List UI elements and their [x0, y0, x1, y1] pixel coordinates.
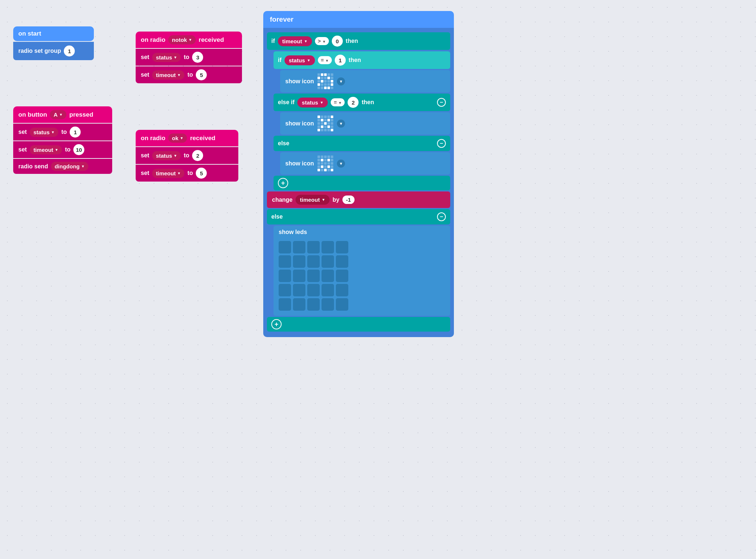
change-by-label: by — [333, 197, 340, 203]
to-label-2: to — [65, 146, 70, 153]
notok-dropdown[interactable]: notok ▼ — [168, 35, 196, 44]
change-timeout-dropdown[interactable]: timeout ▼ — [296, 195, 330, 205]
icon-preview-3 — [318, 156, 333, 171]
button-a-arrow: ▼ — [59, 113, 63, 117]
status-var-forever2: status — [289, 57, 305, 63]
elseif-then: then — [362, 99, 374, 106]
notok-received-label: received — [199, 36, 224, 44]
if2-then: then — [349, 57, 361, 63]
elseif-status-var: status — [302, 99, 318, 106]
icon-preview-2 — [318, 116, 333, 131]
set-timeout-label1: set — [18, 146, 27, 153]
on-radio-ok-label: on radio — [141, 135, 165, 142]
on-radio-notok-label: on radio — [141, 36, 165, 44]
on-start-block: on start radio set group 1 — [13, 26, 94, 60]
timeout-dropdown-1[interactable]: timeout ▼ — [30, 145, 62, 154]
notok-status-var: status — [156, 54, 172, 61]
radio-group-val[interactable]: 1 — [64, 45, 75, 56]
else2-label: else — [271, 213, 283, 220]
timeout-var-1: timeout — [33, 147, 53, 153]
timeout-val-1[interactable]: 10 — [73, 144, 84, 155]
else1-minus-btn[interactable]: − — [437, 139, 446, 148]
else-if-label: else if — [278, 99, 294, 106]
dingdong-dropdown[interactable]: dingdong ▼ — [51, 162, 88, 171]
button-a-dropdown[interactable]: A ▼ — [50, 110, 66, 119]
radio-send-label: radio send — [18, 163, 48, 170]
forever-block: forever if timeout ▼ > ▼ 0 then if statu… — [263, 11, 454, 337]
if2-val[interactable]: 1 — [335, 55, 346, 66]
notok-status-val[interactable]: 3 — [192, 52, 203, 63]
ok-var: ok — [172, 135, 179, 141]
notok-to-label-1: to — [184, 54, 189, 61]
forever-label: forever — [270, 15, 293, 23]
dingdong-var: dingdong — [55, 163, 80, 169]
icon1-dropdown-arrow[interactable]: ▼ — [337, 77, 345, 85]
gt-op[interactable]: > ▼ — [315, 37, 329, 45]
else2-minus-btn[interactable]: − — [437, 212, 446, 221]
on-start-label: on start — [18, 30, 41, 37]
change-timeout-var: timeout — [300, 197, 320, 203]
notok-timeout-val[interactable]: 5 — [196, 69, 207, 80]
status-val-1[interactable]: 1 — [70, 127, 81, 138]
show-icon-3-label: show icon — [285, 160, 314, 167]
timeout-var-forever1: timeout — [282, 38, 302, 44]
change-val[interactable]: -1 — [342, 196, 355, 204]
plus-btn-1[interactable]: + — [278, 178, 288, 188]
plus-btn-2[interactable]: + — [271, 319, 282, 329]
if1-then: then — [346, 38, 358, 44]
show-leds-label: show leds — [279, 229, 307, 235]
if2-label: if — [278, 57, 282, 63]
on-radio-ok-block: on radio ok ▼ received set status ▼ to 2… — [136, 130, 238, 182]
set-status-label1: set — [18, 129, 27, 135]
set-ok-status-label: set — [141, 152, 149, 159]
ok-timeout-dropdown[interactable]: timeout ▼ — [152, 169, 184, 178]
notok-timeout-dropdown[interactable]: timeout ▼ — [152, 70, 184, 80]
elseif-status-dropdown[interactable]: status ▼ — [297, 98, 328, 107]
eq-op-2[interactable]: = ▼ — [331, 98, 345, 106]
icon2-dropdown-arrow[interactable]: ▼ — [337, 120, 345, 128]
notok-status-dropdown[interactable]: status ▼ — [152, 53, 181, 62]
notok-timeout-var: timeout — [156, 72, 176, 78]
to-label-1: to — [61, 129, 67, 135]
change-label: change — [272, 197, 293, 203]
elseif-val[interactable]: 2 — [348, 97, 359, 108]
status-dropdown-1[interactable]: status ▼ — [30, 128, 58, 137]
radio-set-group-label: radio set group — [18, 48, 61, 54]
icon3-dropdown-arrow[interactable]: ▼ — [337, 160, 345, 168]
button-a-val: A — [54, 112, 58, 118]
ok-status-val[interactable]: 2 — [192, 150, 203, 161]
pressed-label: pressed — [69, 111, 93, 118]
ok-to-label-2: to — [187, 170, 193, 176]
on-button-label: on button — [18, 111, 47, 118]
status-dropdown-forever2[interactable]: status ▼ — [285, 55, 315, 65]
timeout-dropdown-forever1[interactable]: timeout ▼ — [278, 36, 312, 46]
on-radio-notok-block: on radio notok ▼ received set status ▼ t… — [136, 32, 242, 83]
elseif-minus-btn[interactable]: − — [437, 98, 446, 107]
ok-timeout-val[interactable]: 5 — [196, 168, 207, 179]
else1-label: else — [278, 140, 289, 147]
ok-status-dropdown[interactable]: status ▼ — [152, 151, 181, 160]
eq-op-1[interactable]: = ▼ — [318, 56, 332, 64]
set-notok-status-label: set — [141, 54, 149, 61]
ok-to-label-1: to — [184, 152, 189, 159]
if1-label: if — [271, 38, 275, 44]
ok-dropdown[interactable]: ok ▼ — [168, 134, 187, 143]
ok-timeout-var: timeout — [156, 170, 176, 176]
set-notok-timeout-label: set — [141, 72, 149, 78]
notok-to-label-2: to — [187, 72, 193, 78]
icon-preview-1 — [318, 73, 333, 89]
set-ok-timeout-label: set — [141, 170, 149, 176]
if1-val[interactable]: 0 — [332, 36, 343, 47]
notok-var: notok — [172, 37, 187, 43]
on-button-block: on button A ▼ pressed set status ▼ to 1 … — [13, 106, 112, 174]
show-icon-1-label: show icon — [285, 78, 314, 85]
ok-received-label: received — [190, 135, 215, 142]
status-var-1: status — [33, 129, 49, 135]
show-icon-2-label: show icon — [285, 120, 314, 127]
ok-status-var: status — [156, 153, 172, 159]
